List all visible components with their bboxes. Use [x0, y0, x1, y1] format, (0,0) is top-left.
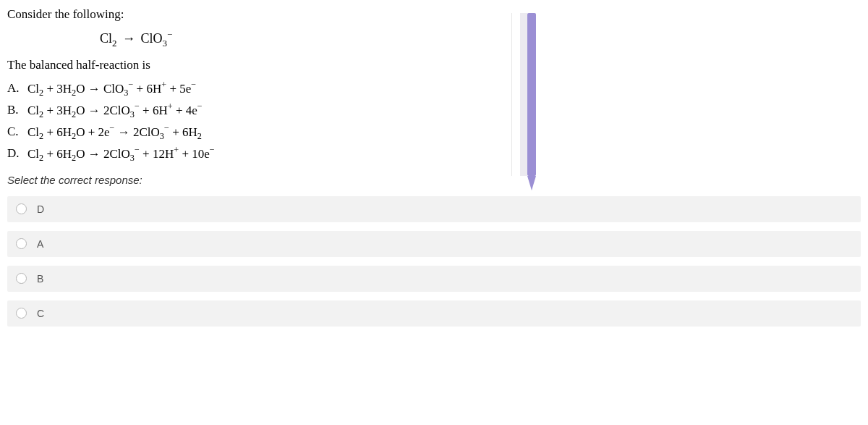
choice-letter: C. [7, 125, 27, 139]
choice-letter: A. [7, 81, 27, 96]
page-edge-decoration [527, 176, 536, 190]
page-edge-decoration [527, 13, 536, 176]
option-label: C [37, 308, 44, 319]
question-block: Consider the following: Cl2 → ClO3− The … [0, 0, 485, 186]
main-equation: Cl2 → ClO3− [100, 29, 477, 49]
question-lead: The balanced half-reaction is [7, 58, 477, 72]
choice-equation: Cl2 + 6H2O + 2e− → 2ClO3− + 6H2 [27, 123, 202, 142]
option-label: B [37, 273, 43, 285]
choice-list: A. Cl2 + 3H2O → ClO3− + 6H+ + 5e− B. Cl2… [7, 80, 477, 164]
choice-row: C. Cl2 + 6H2O + 2e− → 2ClO3− + 6H2 [7, 123, 477, 142]
select-prompt: Select the correct response: [7, 174, 477, 186]
option-d[interactable]: D [7, 196, 861, 222]
radio-icon[interactable] [16, 308, 27, 319]
choice-equation: Cl2 + 3H2O → 2ClO3− + 6H+ + 4e− [27, 101, 203, 120]
radio-icon[interactable] [16, 273, 27, 284]
choice-row: D. Cl2 + 6H2O → 2ClO3− + 12H+ + 10e− [7, 145, 477, 164]
option-b[interactable]: B [7, 266, 861, 292]
choice-letter: D. [7, 146, 27, 161]
option-a[interactable]: A [7, 231, 861, 257]
choice-row: B. Cl2 + 3H2O → 2ClO3− + 6H+ + 4e− [7, 101, 477, 120]
page-edge-decoration [520, 13, 527, 176]
radio-icon[interactable] [16, 203, 27, 214]
choice-letter: B. [7, 103, 27, 117]
choice-equation: Cl2 + 3H2O → ClO3− + 6H+ + 5e− [27, 80, 196, 98]
option-label: A [37, 238, 43, 250]
question-intro: Consider the following: [7, 7, 477, 22]
option-label: D [37, 203, 44, 215]
choice-equation: Cl2 + 6H2O → 2ClO3− + 12H+ + 10e− [27, 145, 215, 164]
radio-icon[interactable] [16, 238, 27, 249]
choice-row: A. Cl2 + 3H2O → ClO3− + 6H+ + 5e− [7, 80, 477, 98]
response-options: D A B C [0, 196, 868, 327]
option-c[interactable]: C [7, 300, 861, 327]
